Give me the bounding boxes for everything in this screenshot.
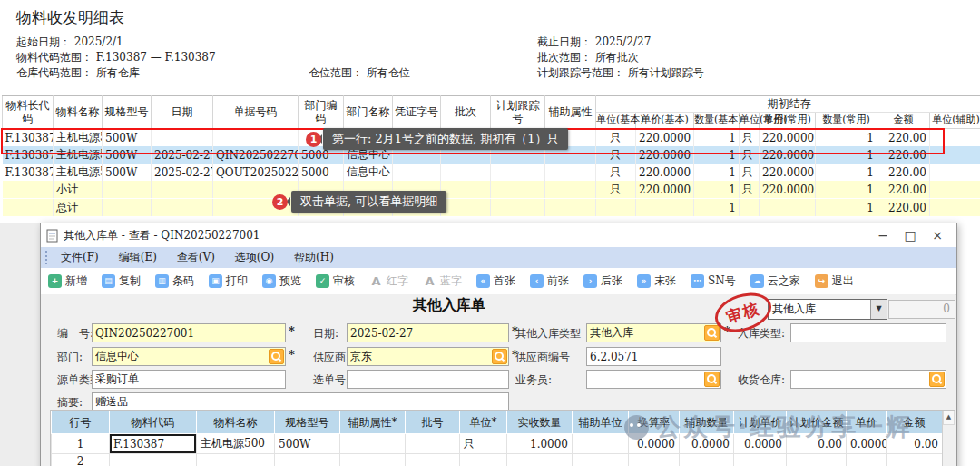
first-icon: « [476,274,490,288]
cell [197,454,275,466]
toolbar-button-next[interactable]: ›后张 [576,273,630,289]
toolbar-button-prev[interactable]: ‹前张 [523,273,576,289]
cell [545,164,596,181]
toolbar-button-blue-a[interactable]: A蓝字 [416,273,469,289]
toolbar-button-cloud[interactable]: ☁云之家 [743,273,808,289]
cell [887,454,943,466]
cell: 500W [275,434,340,454]
supplier-no-input[interactable] [587,348,720,365]
menu-item[interactable]: 帮助(H) [294,250,334,265]
toolbar-button-red-a[interactable]: A红字 [362,273,416,289]
toolbar-button-print[interactable]: ▣打印 [201,273,255,289]
col-header: 单价(基本) [636,113,694,129]
cell [596,199,636,217]
annotation-tooltip-1: 第一行: 2月1号之前的数据, 期初有（1）只 [323,128,568,150]
col-header: 单位(辅助) [930,113,980,129]
menu-item[interactable]: 文件(F) [61,250,99,265]
maximize-button[interactable]: □ [897,228,924,243]
scroll-up-icon[interactable]: ▲ [943,411,955,425]
preview-icon: ◉ [262,274,276,288]
recv-warehouse-input[interactable] [791,371,929,388]
salesman-input[interactable] [587,371,704,388]
menu-item[interactable]: 编辑(E) [119,250,157,265]
toolbar-button-label: 打印 [226,273,248,289]
doc-type-dropdown[interactable]: 其他入库 ▼ [768,299,887,320]
menu-item[interactable]: 查看(V) [177,250,215,265]
chevron-down-icon[interactable]: ▼ [870,300,887,319]
cell [545,199,596,217]
cell: 220.00 [877,129,930,147]
cell [491,199,545,217]
cell [441,199,491,217]
dept-input[interactable] [93,348,269,365]
toolbar-button-label: 末张 [654,273,676,289]
lookup-icon[interactable] [269,349,284,364]
date-label: 日期: [313,326,338,342]
in-type-input[interactable] [791,324,946,342]
toolbar-button-label: 审核 [333,273,355,289]
cell [573,434,629,454]
cell [930,129,980,147]
toolbar-button-first[interactable]: «首张 [469,273,523,289]
filter-batch-range: 批次范围： 所有批次 [537,50,639,65]
cell: 1 [694,181,740,199]
cloud-icon: ☁ [750,274,764,288]
cell: 0.0000 [629,434,680,454]
col-header: 数量(基本) [694,113,740,129]
document-icon [46,229,58,243]
lookup-icon[interactable] [929,372,945,387]
lookup-icon[interactable] [704,372,720,387]
cell: 500W [103,146,152,164]
toolbar-button-barcode[interactable]: ▥条码 [148,273,201,289]
cell: F.130387 [3,164,54,181]
table-row[interactable]: 1F.130387主机电源500500W只1.00000.00000.00000… [52,434,956,454]
table-row[interactable]: F.130387主机电源5500W2025-02-27QOUT202502270… [3,164,980,181]
cell: 主机电源5 [54,146,103,164]
cell: 0.0000 [847,434,887,454]
pick-no-input[interactable] [348,371,508,388]
toolbar-button-last[interactable]: »末张 [630,273,683,289]
toolbar-button-preview[interactable]: ◉预览 [255,273,309,289]
minimize-button[interactable]: − [869,228,897,243]
toolbar-button-sn[interactable]: ⋯SN号 [683,273,743,289]
cell: F.130387 [110,434,197,454]
lookup-icon[interactable] [492,349,507,364]
bill-no-label: 编 号: [57,326,93,342]
cell: 只 [740,164,760,181]
pick-no-label: 选单号: [313,372,349,388]
summary-input[interactable] [93,393,508,411]
grid-scrollbar[interactable]: ▲ [942,411,955,466]
copy-icon: ▤ [102,274,115,288]
cell: 500W [103,129,152,147]
filter-value: F.130387 — F.130387 [96,51,216,64]
table-row[interactable]: 2 [52,454,956,466]
toolbar-button-plus[interactable]: +新增 [41,273,94,289]
table-row[interactable]: 小计只220.00001只220.00001220.00 [3,181,980,199]
dialog-titlebar[interactable]: 其他入库单 - 查看 - QIN20250227001 − □ × [41,223,956,247]
cell [3,199,54,217]
filter-label: 截止日期： [537,35,592,48]
cell: 220.00 [877,181,930,199]
close-button[interactable]: × [924,228,951,243]
toolbar-button-label: SN号 [708,273,736,289]
dialog-title: 其他入库单 - 查看 - QIN20250227001 [64,228,260,243]
toolbar-button-copy[interactable]: ▤复制 [94,273,148,289]
cell: 1 [816,181,877,199]
lookup-icon[interactable] [704,325,720,341]
toolbar-button-audit[interactable]: ✓审核 [309,273,362,289]
background-strip [0,223,40,466]
cell: 只 [740,129,760,147]
other-in-type-input[interactable] [587,324,704,342]
toolbar-button-exit[interactable]: ↪退出 [808,273,861,289]
toolbar-button-label: 红字 [387,273,408,289]
supplier-input[interactable] [348,348,492,365]
menu-item[interactable]: 选项(O) [235,250,274,265]
salesman-label: 业务员: [515,372,552,388]
cell: 只 [460,434,507,454]
cell [930,164,980,181]
table-row[interactable]: 总计11220.00 [3,199,980,217]
menu-grip [45,251,47,264]
bill-no-input[interactable] [93,324,285,342]
date-input[interactable] [348,324,508,342]
source-type-input[interactable] [93,371,285,388]
